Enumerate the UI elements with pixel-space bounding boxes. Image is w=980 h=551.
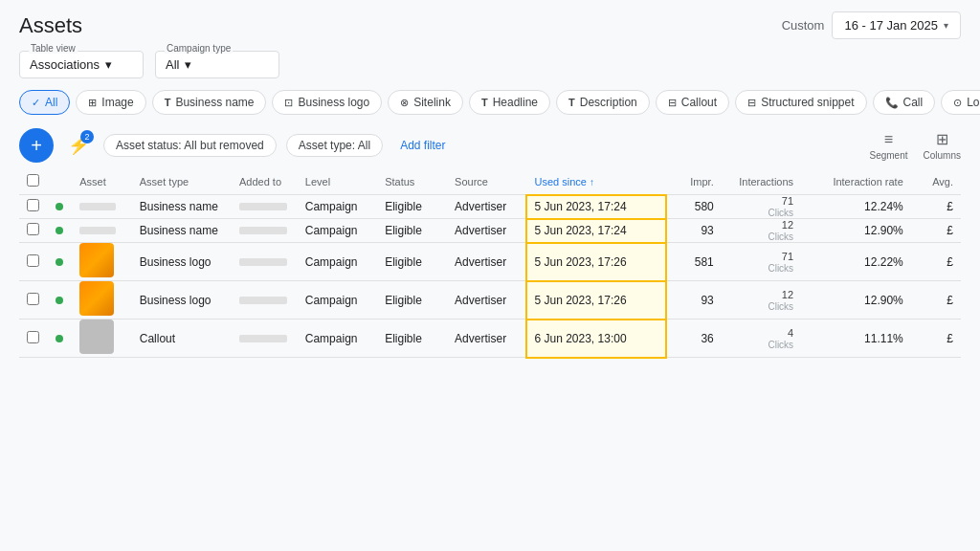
row-checkbox-cell [19, 219, 48, 243]
th-avg: Avg. [911, 168, 961, 195]
row-used-since-cell: 5 Jun 2023, 17:26 [526, 281, 666, 320]
chip-location[interactable]: ⊙ Location [941, 90, 980, 115]
row-status-dot-cell [48, 320, 72, 358]
table-view-label: Table view [29, 43, 78, 54]
row-asset-cell [72, 219, 132, 243]
select-all-checkbox[interactable] [27, 174, 39, 187]
row-status-cell: Eligible [377, 195, 447, 219]
row-checkbox[interactable] [27, 254, 39, 267]
chip-sitelink[interactable]: ⊗ Sitelink [388, 90, 463, 115]
callout-icon: ⊟ [668, 97, 677, 109]
campaign-type-select-group: Campaign type All ▾ [155, 51, 279, 78]
row-level-cell: Campaign [298, 243, 377, 281]
row-interaction-rate-cell: 12.90% [801, 281, 911, 320]
row-used-since-cell: 5 Jun 2023, 17:26 [526, 243, 666, 281]
check-icon: ✓ [32, 97, 40, 109]
table-view-value: Associations [30, 57, 100, 72]
row-checkbox[interactable] [27, 293, 39, 305]
row-status-cell: Eligible [377, 320, 447, 358]
row-status-dot-cell [48, 195, 72, 219]
row-interactions-cell: 4Clicks [722, 320, 801, 358]
th-asset-type: Asset type [132, 168, 232, 195]
chip-image[interactable]: ⊞ Image [76, 90, 145, 115]
row-interactions-cell: 71Clicks [722, 243, 801, 281]
row-used-since-cell: 5 Jun 2023, 17:24 [526, 219, 666, 243]
segment-button[interactable]: ≡ Segment [870, 131, 908, 161]
status-dot-icon [56, 227, 63, 234]
campaign-type-chevron-icon: ▾ [185, 57, 191, 72]
row-checkbox-cell [19, 243, 48, 281]
table-row: Business logo Campaign Eligible Advertis… [19, 281, 961, 320]
logo-icon: ⊡ [284, 97, 293, 109]
segment-icon: ≡ [884, 131, 893, 148]
row-checkbox[interactable] [27, 223, 39, 235]
row-status-dot-cell [48, 219, 72, 243]
add-button[interactable]: + [19, 128, 54, 163]
table-view-select[interactable]: Associations ▾ [19, 51, 144, 78]
date-range-button[interactable]: 16 - 17 Jan 2025 ▾ [832, 11, 961, 39]
row-checkbox-cell [19, 281, 48, 320]
row-impr-cell: 36 [666, 320, 721, 358]
row-checkbox[interactable] [27, 199, 39, 211]
chip-headline-label: Headline [493, 96, 538, 109]
row-avg-cell: £ [911, 320, 961, 358]
table-row: Business logo Campaign Eligible Advertis… [19, 243, 961, 281]
assets-table: Asset Asset type Added to Level Status S… [19, 168, 961, 358]
plus-icon: + [31, 135, 42, 157]
chip-headline[interactable]: T Headline [469, 90, 550, 115]
row-impr-cell: 581 [666, 243, 721, 281]
row-checkbox-cell [19, 320, 48, 358]
row-level-cell: Campaign [298, 195, 377, 219]
row-interaction-rate-cell: 12.24% [801, 195, 911, 219]
columns-icon: ⊞ [936, 130, 948, 148]
add-filter-button[interactable]: Add filter [392, 135, 453, 156]
chip-all-label: All [45, 96, 57, 109]
text-icon: T [165, 97, 171, 108]
row-avg-cell: £ [911, 281, 961, 320]
table-row: Business name Campaign Eligible Advertis… [19, 219, 961, 243]
row-interaction-rate-cell: 12.22% [801, 243, 911, 281]
chip-business-logo[interactable]: ⊡ Business logo [272, 90, 382, 115]
campaign-type-value: All [166, 57, 179, 72]
row-status-dot-cell [48, 243, 72, 281]
chip-description-label: Description [580, 96, 637, 109]
row-impr-cell: 93 [666, 281, 721, 320]
row-asset-type-cell: Business name [132, 219, 232, 243]
row-used-since-cell: 6 Jun 2023, 13:00 [526, 320, 666, 358]
chip-sitelink-label: Sitelink [413, 96, 451, 109]
chip-description[interactable]: T Description [556, 90, 650, 115]
row-status-cell: Eligible [377, 219, 447, 243]
row-asset-type-cell: Business logo [132, 243, 232, 281]
th-used-since[interactable]: Used since ↑ [526, 168, 666, 195]
th-level: Level [298, 168, 377, 195]
status-dot-icon [56, 203, 63, 210]
chip-callout[interactable]: ⊟ Callout [656, 90, 729, 115]
filter-badge[interactable]: ⚡ 2 [63, 130, 94, 161]
image-icon: ⊞ [88, 97, 97, 109]
chip-all[interactable]: ✓ All [19, 90, 70, 115]
status-dot-icon [56, 335, 63, 342]
chip-structured-snippet[interactable]: ⊟ Structured snippet [735, 90, 866, 115]
th-status: Status [377, 168, 447, 195]
columns-button[interactable]: ⊞ Columns [924, 130, 961, 161]
table-area: + ⚡ 2 Asset status: All but removed Asse… [0, 122, 980, 551]
sort-arrow-icon: ↑ [590, 177, 594, 187]
chip-business-name[interactable]: T Business name [152, 90, 267, 115]
row-status-cell: Eligible [377, 281, 447, 320]
chip-call[interactable]: 📞 Call [873, 90, 936, 115]
table-view-chevron-icon: ▾ [105, 57, 112, 72]
table-view-select-group: Table view Associations ▾ [19, 51, 144, 78]
campaign-type-select[interactable]: All ▾ [155, 51, 279, 78]
type-filter-tag[interactable]: Asset type: All [286, 134, 383, 157]
row-impr-cell: 93 [666, 219, 721, 243]
row-checkbox[interactable] [27, 331, 39, 343]
row-asset-type-cell: Callout [132, 320, 232, 358]
status-filter-tag[interactable]: Asset status: All but removed [103, 134, 277, 157]
status-dot-icon [56, 297, 63, 304]
row-asset-cell [72, 320, 132, 358]
row-interactions-cell: 12Clicks [722, 219, 801, 243]
row-source-cell: Advertiser [447, 243, 526, 281]
segment-label: Segment [870, 150, 908, 161]
row-asset-cell [72, 281, 132, 320]
row-interaction-rate-cell: 11.11% [801, 320, 911, 358]
